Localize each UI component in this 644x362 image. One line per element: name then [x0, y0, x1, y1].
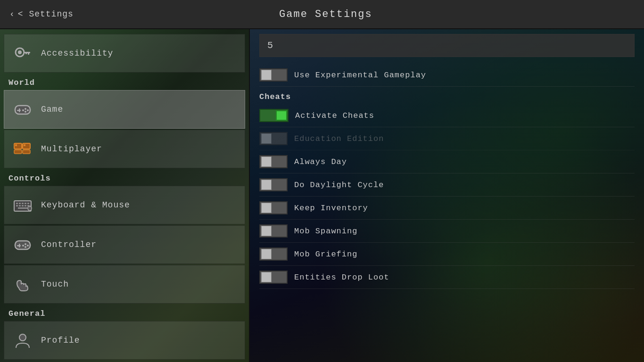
- sidebar-item-label: Profile: [41, 336, 80, 345]
- toggle-row-mob-spawning: Mob Spawning: [259, 220, 635, 243]
- toggle-label-mob-griefing: Mob Griefing: [294, 250, 357, 259]
- key-icon: [11, 41, 34, 65]
- svg-rect-13: [15, 144, 17, 146]
- svg-rect-24: [16, 205, 18, 206]
- toggle-row-entities-drop-loot: Entities Drop Loot: [259, 266, 635, 289]
- toggle-knob: [261, 70, 272, 80]
- toggle-row-mob-griefing: Mob Griefing: [259, 243, 635, 266]
- toggle-knob-education: [261, 133, 272, 144]
- toggle-education[interactable]: [259, 132, 288, 145]
- section-label-controls: Controls: [0, 169, 249, 185]
- touch-icon: [11, 272, 34, 296]
- back-button[interactable]: ‹ < Settings: [9, 9, 74, 19]
- svg-rect-19: [16, 203, 18, 204]
- toggle-knob-mob-griefing: [261, 249, 272, 259]
- svg-rect-25: [19, 205, 21, 206]
- toggle-label-education: Education Edition: [294, 134, 384, 143]
- svg-point-8: [25, 108, 26, 110]
- svg-rect-26: [22, 205, 24, 206]
- sidebar-item-touch[interactable]: Touch: [4, 265, 245, 304]
- svg-point-36: [27, 245, 29, 247]
- svg-point-1: [18, 50, 22, 54]
- toggle-row-daylight-cycle: Do Daylight Cycle: [259, 173, 635, 197]
- toggle-label-activate-cheats: Activate Cheats: [295, 111, 374, 120]
- svg-rect-12: [14, 143, 22, 149]
- toggle-row-activate-cheats: Activate Cheats: [259, 104, 635, 127]
- svg-rect-14: [14, 150, 22, 154]
- toggle-row-education: Education Edition: [259, 127, 635, 150]
- svg-rect-17: [23, 150, 30, 154]
- section-label-world: World: [0, 74, 249, 89]
- toggle-label-daylight-cycle: Do Daylight Cycle: [294, 181, 384, 189]
- sidebar-item-controller[interactable]: Controller: [4, 225, 245, 264]
- toggle-mob-griefing[interactable]: [259, 247, 288, 261]
- sidebar-item-label: Touch: [41, 280, 69, 289]
- sidebar: Accessibility World Game: [0, 29, 250, 362]
- sidebar-item-label: Keyboard & Mouse: [41, 200, 130, 210]
- sidebar-item-label: Game: [41, 105, 63, 114]
- toggle-label-entities-drop-loot: Entities Drop Loot: [294, 273, 389, 282]
- toggle-mob-spawning[interactable]: [259, 224, 288, 238]
- svg-rect-22: [25, 203, 26, 204]
- svg-rect-21: [22, 203, 24, 204]
- keyboard-icon: [11, 193, 34, 217]
- right-content: 5 Use Experimental Gameplay Cheats Activ…: [250, 29, 644, 362]
- toggle-label-experimental: Use Experimental Gameplay: [294, 71, 426, 80]
- toggle-daylight-cycle[interactable]: [259, 178, 288, 191]
- controller2-icon: [11, 233, 34, 256]
- page-title: Game Settings: [74, 8, 578, 20]
- number-value: 5: [267, 40, 273, 51]
- sidebar-item-label: Multiplayer: [41, 144, 102, 154]
- profile-icon: [11, 329, 34, 352]
- toggle-always-day[interactable]: [259, 155, 288, 168]
- svg-rect-27: [25, 205, 26, 206]
- toggle-row-experimental: Use Experimental Gameplay: [259, 64, 635, 87]
- cheats-section-label: Cheats: [259, 87, 635, 104]
- right-panel: 5 Use Experimental Gameplay Cheats Activ…: [250, 29, 644, 362]
- svg-rect-15: [23, 143, 30, 149]
- toggle-label-keep-inventory: Keep Inventory: [294, 204, 368, 213]
- svg-point-9: [27, 109, 29, 111]
- sidebar-item-accessibility[interactable]: Accessibility: [4, 34, 245, 73]
- toggle-keep-inventory[interactable]: [259, 201, 288, 214]
- toggle-label-mob-spawning: Mob Spawning: [294, 227, 357, 236]
- svg-rect-3: [28, 52, 29, 55]
- svg-point-10: [22, 109, 24, 111]
- number-display: 5: [259, 34, 635, 57]
- svg-point-39: [19, 334, 26, 341]
- svg-point-11: [25, 111, 26, 113]
- sidebar-item-label: Controller: [41, 240, 97, 249]
- toggle-row-always-day: Always Day: [259, 150, 635, 173]
- svg-point-38: [25, 246, 26, 248]
- svg-rect-4: [25, 52, 27, 54]
- toggle-label-always-day: Always Day: [294, 157, 347, 166]
- sidebar-item-label: Accessibility: [41, 49, 113, 58]
- svg-point-35: [25, 243, 26, 245]
- header: ‹ < Settings Game Settings: [0, 0, 644, 29]
- sidebar-item-keyboard[interactable]: Keyboard & Mouse: [4, 186, 245, 224]
- sidebar-item-profile[interactable]: Profile: [4, 321, 245, 360]
- toggle-knob-always-day: [261, 156, 272, 167]
- toggle-activate-cheats[interactable]: [259, 109, 289, 122]
- sidebar-content: Accessibility World Game: [0, 29, 249, 362]
- svg-rect-23: [27, 203, 29, 204]
- main-layout: Accessibility World Game: [0, 29, 644, 362]
- svg-rect-20: [19, 203, 21, 204]
- toggle-green-knob: [276, 110, 287, 121]
- toggle-row-keep-inventory: Keep Inventory: [259, 197, 635, 220]
- svg-rect-7: [17, 110, 21, 111]
- toggle-knob-entities: [261, 272, 272, 282]
- svg-rect-29: [18, 207, 27, 209]
- sidebar-item-game[interactable]: Game: [4, 90, 245, 129]
- svg-rect-16: [24, 144, 25, 146]
- controller-icon: [11, 98, 34, 121]
- toggle-knob-inventory: [261, 203, 272, 213]
- toggle-knob-mob-spawning: [261, 226, 272, 236]
- section-label-general: General: [0, 304, 249, 320]
- sidebar-item-multiplayer[interactable]: Multiplayer: [4, 130, 245, 168]
- toggle-knob-daylight: [261, 180, 272, 190]
- toggle-experimental[interactable]: [259, 68, 288, 82]
- toggle-entities-drop-loot[interactable]: [259, 271, 288, 284]
- svg-point-37: [22, 245, 24, 247]
- back-label: < Settings: [18, 9, 74, 19]
